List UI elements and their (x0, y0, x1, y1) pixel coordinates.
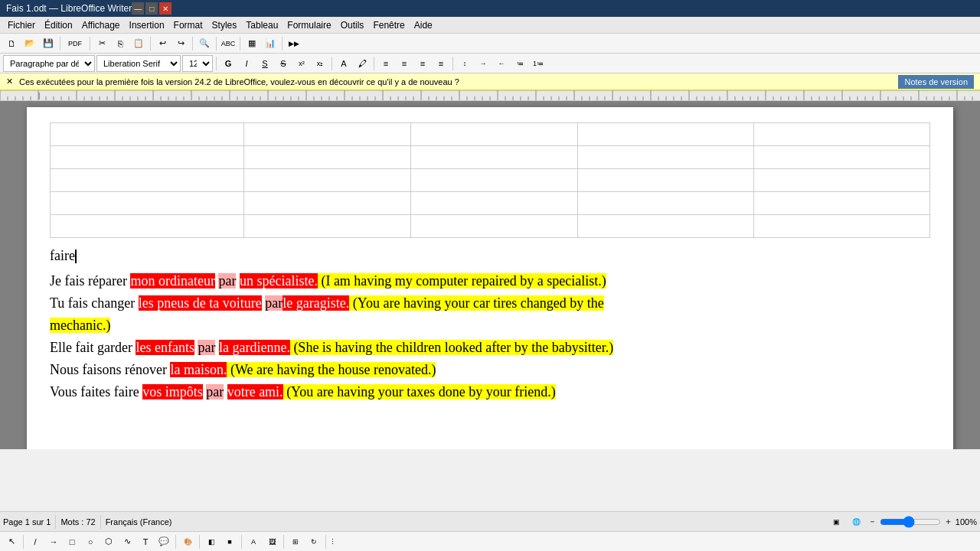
group-button[interactable]: ⊞ (287, 533, 304, 550)
rect-tool[interactable]: □ (64, 533, 80, 550)
minimize-button[interactable]: — (132, 2, 144, 15)
copy-button[interactable]: ⎘ (112, 35, 129, 52)
table-cell (243, 169, 410, 192)
search-button[interactable]: 🔍 (196, 35, 213, 52)
highlight-par-1: par (218, 273, 236, 289)
align-left-button[interactable]: ≡ (377, 55, 394, 72)
table-cell (578, 123, 754, 146)
highlight-english-1: (I am having my computer repaired by a s… (318, 273, 606, 289)
fontwork-tool[interactable]: A (245, 533, 262, 550)
underline-button[interactable]: S (256, 55, 273, 72)
notif-close-icon[interactable]: ✕ (6, 77, 13, 86)
maximize-button[interactable]: □ (145, 2, 158, 15)
menu-fichier[interactable]: Fichier (3, 18, 40, 32)
menu-outils[interactable]: Outils (336, 18, 369, 32)
highlight-un-specialiste: un spécialiste. (240, 273, 318, 289)
chart-button[interactable]: 📊 (262, 35, 279, 52)
highlight-english-5: (We are having the house renovated.) (227, 362, 436, 377)
menu-format[interactable]: Format (169, 18, 207, 32)
bold-button[interactable]: G (220, 55, 237, 72)
menu-affichage[interactable]: Affichage (77, 18, 125, 32)
fontcolor-button[interactable]: A (335, 55, 352, 72)
document-area[interactable]: faire Je fais réparer mon ordinateur par… (0, 101, 980, 449)
fontsize-dropdown[interactable]: 12 pt (182, 55, 213, 72)
superscript-button[interactable]: x² (293, 55, 310, 72)
line-tool[interactable]: / (27, 533, 44, 550)
font-dropdown[interactable]: Liberation Serif (96, 55, 181, 72)
align-justify-button[interactable]: ≡ (433, 55, 449, 72)
align-right-button[interactable]: ≡ (414, 55, 431, 72)
highlight-par-3: par (198, 340, 215, 355)
close-button[interactable]: ✕ (159, 2, 172, 15)
ellipse-tool[interactable]: ○ (82, 533, 99, 550)
menu-aide[interactable]: Aide (410, 18, 437, 32)
callout-tool[interactable]: 💬 (155, 533, 172, 550)
view-web-button[interactable]: 🌐 (848, 514, 865, 530)
shadow-color[interactable]: ■ (221, 533, 238, 550)
list-button[interactable]: ≔ (511, 55, 528, 72)
paste-button[interactable]: 📋 (130, 35, 147, 52)
menu-insertion[interactable]: Insertion (125, 18, 169, 32)
linespacing-button[interactable]: ↕ (456, 55, 473, 72)
highlight-mechanic: mechanic.) (50, 318, 110, 333)
redo-button[interactable]: ↪ (172, 35, 189, 52)
menu-tableau[interactable]: Tableau (241, 18, 283, 32)
highlight-mon-ordinateur: mon ordinateur (130, 273, 214, 289)
separator (216, 37, 217, 51)
ruler-label: | (38, 92, 40, 99)
strikethrough-button[interactable]: S (275, 55, 292, 72)
menu-fenetre[interactable]: Fenêtre (368, 18, 409, 32)
outdent-button[interactable]: ← (493, 55, 510, 72)
view-normal-button[interactable]: ▣ (828, 514, 845, 530)
menu-edition[interactable]: Édition (40, 18, 77, 32)
save-button[interactable]: 💾 (40, 35, 57, 52)
zoom-out-icon[interactable]: － (868, 516, 877, 527)
text-cursor (75, 249, 77, 263)
cut-button[interactable]: ✂ (93, 35, 110, 52)
table-cell (51, 123, 244, 146)
table-cell (411, 192, 578, 215)
rotate-button[interactable]: ↻ (305, 533, 322, 550)
select-button[interactable]: ↖ (3, 533, 20, 550)
subscript-button[interactable]: x₂ (312, 55, 328, 72)
polygon-tool[interactable]: ⬡ (100, 533, 117, 550)
align-center-button[interactable]: ≡ (396, 55, 413, 72)
textbox-tool[interactable]: T (137, 533, 154, 550)
highlight-button[interactable]: 🖍 (354, 55, 371, 72)
new-button[interactable]: 🗋 (3, 35, 20, 52)
separator (241, 535, 242, 549)
undo-button[interactable]: ↩ (154, 35, 171, 52)
sentence-line-4: Elle fait garder les enfants par la gard… (50, 337, 930, 358)
numberedlist-button[interactable]: 1≔ (530, 55, 547, 72)
titlebar: Fais 1.odt — LibreOffice Writer — □ ✕ (0, 0, 980, 17)
separator (240, 37, 240, 51)
text-content[interactable]: faire Je fais réparer mon ordinateur par… (50, 246, 930, 442)
spellcheck-button[interactable]: ABC (220, 35, 237, 52)
style-dropdown[interactable]: Paragraphe par déf... (3, 55, 95, 72)
separator (90, 37, 90, 51)
sentence-line-5: Nous faisons rénover la maison. (We are … (50, 360, 930, 380)
curve-tool[interactable]: ∿ (119, 533, 136, 550)
open-button[interactable]: 📂 (21, 35, 38, 52)
more-btn[interactable]: ▶▶ (286, 35, 302, 52)
arrow-tool[interactable]: → (45, 533, 62, 550)
menu-formulaire[interactable]: Formulaire (283, 18, 335, 32)
image-button[interactable]: 🖼 (263, 533, 280, 550)
menu-styles[interactable]: Styles (207, 18, 242, 32)
sentence-line-1: Je fais réparer mon ordinateur par un sp… (50, 271, 930, 292)
highlight-les-pneus: les pneus de ta voiture (139, 295, 262, 311)
italic-button[interactable]: I (238, 55, 255, 72)
pdf-button[interactable]: PDF (64, 35, 87, 52)
faire-word: faire (50, 248, 75, 263)
zoom-in-icon[interactable]: ＋ (944, 516, 952, 527)
zoom-slider[interactable] (880, 516, 941, 528)
titlebar-title: Fais 1.odt — LibreOffice Writer (6, 3, 132, 14)
color-fill[interactable]: 🎨 (179, 533, 196, 550)
notes-de-version-button[interactable]: Notes de version (898, 75, 974, 89)
shadow-tool[interactable]: ◧ (203, 533, 220, 550)
indent-button[interactable]: → (475, 55, 492, 72)
table-button[interactable]: ▦ (243, 35, 260, 52)
table-cell (578, 215, 754, 238)
ruler: // Will be drawn via JS below | (0, 90, 980, 101)
table-cell (578, 169, 754, 192)
